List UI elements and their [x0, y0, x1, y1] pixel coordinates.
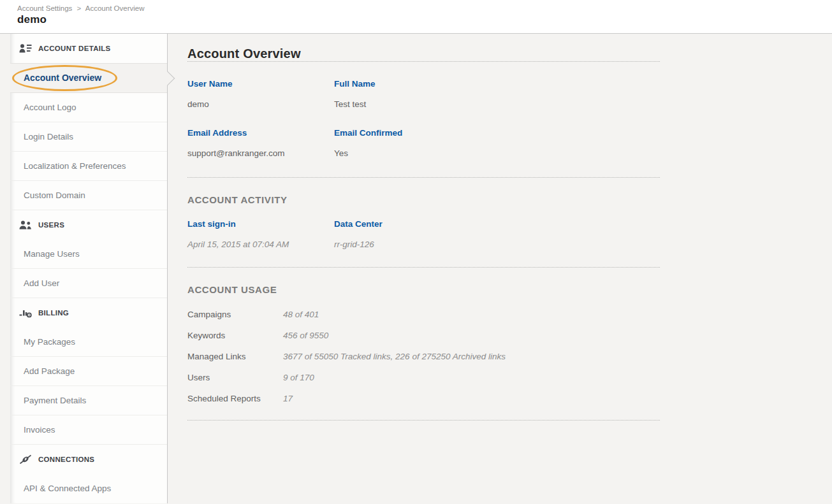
sidebar-item-label: API & Connected Apps: [24, 484, 111, 493]
sidebar-item-label: Account Overview: [24, 73, 101, 83]
breadcrumb-account-overview: Account Overview: [85, 4, 145, 12]
divider: [187, 61, 660, 62]
breadcrumb-account-settings[interactable]: Account Settings: [17, 4, 72, 12]
account-usage-heading: ACCOUNT USAGE: [187, 284, 832, 295]
field-last-sign-in: Last sign-in April 15, 2015 at 07:04 AM: [187, 219, 334, 249]
divider: [187, 267, 660, 268]
usage-label: Managed Links: [187, 352, 283, 361]
usage-value: 9 of 170: [283, 373, 314, 382]
field-value: Yes: [334, 148, 660, 158]
billing-chart-icon: [19, 308, 32, 318]
field-email-confirmed: Email Confirmed Yes: [334, 128, 660, 158]
field-data-center: Data Center rr-grid-126: [334, 219, 660, 249]
account-overview-panel: Account Overview User Name demo Full Nam…: [168, 34, 832, 503]
sidebar-item-account-logo[interactable]: Account Logo: [10, 93, 167, 122]
field-value: rr-grid-126: [334, 240, 660, 249]
settings-sidebar: ACCOUNT DETAILS Account Overview Account…: [10, 34, 168, 503]
divider: [187, 177, 660, 178]
field-label: User Name: [187, 79, 334, 89]
sidebar-item-custom-domain[interactable]: Custom Domain: [10, 181, 167, 210]
sidebar-section-label: USERS: [38, 221, 64, 229]
profile-fields: User Name demo Full Name Test test Email…: [187, 79, 832, 177]
account-activity-heading: ACCOUNT ACTIVITY: [187, 194, 832, 205]
sidebar-section-label: CONNECTIONS: [38, 456, 94, 463]
sidebar-item-login-details[interactable]: Login Details: [10, 122, 167, 152]
field-value: April 15, 2015 at 07:04 AM: [187, 240, 334, 249]
field-label: Data Center: [334, 219, 660, 229]
field-value: demo: [187, 99, 334, 109]
field-email-address: Email Address support@rankranger.com: [187, 128, 334, 158]
field-full-name: Full Name Test test: [334, 79, 660, 109]
sidebar-section-label: BILLING: [38, 309, 69, 317]
sidebar-section-billing: BILLING: [10, 298, 167, 328]
sidebar-item-label: Add User: [24, 278, 59, 288]
contact-card-icon: [19, 43, 32, 54]
sidebar-section-users: USERS: [10, 210, 167, 240]
account-name-title: demo: [17, 13, 832, 26]
sidebar-section-label: ACCOUNT DETAILS: [38, 45, 111, 52]
usage-label: Keywords: [187, 331, 283, 340]
divider: [187, 420, 660, 421]
sidebar-item-api-connected-apps[interactable]: API & Connected Apps: [10, 474, 167, 503]
sidebar-item-my-packages[interactable]: My Packages: [10, 328, 167, 357]
usage-table: Campaigns 48 of 401 Keywords 456 of 9550…: [187, 310, 832, 403]
usage-row-managed-links: Managed Links 3677 of 55050 Tracked link…: [187, 352, 832, 361]
usage-row-scheduled-reports: Scheduled Reports 17: [187, 394, 832, 403]
usage-value: 456 of 9550: [283, 331, 328, 340]
sidebar-item-label: Manage Users: [24, 249, 80, 259]
sidebar-item-label: Localization & Preferences: [24, 161, 126, 171]
sidebar-item-account-overview[interactable]: Account Overview: [10, 63, 167, 93]
usage-value: 3677 of 55050 Tracked links, 226 of 2752…: [283, 352, 506, 361]
sidebar-item-label: Custom Domain: [24, 191, 85, 200]
field-label: Last sign-in: [187, 219, 334, 229]
usage-value: 17: [283, 394, 293, 403]
field-value: Test test: [334, 99, 660, 109]
usage-value: 48 of 401: [283, 310, 319, 319]
field-user-name: User Name demo: [187, 79, 334, 109]
users-icon: [19, 220, 32, 230]
sidebar-item-label: Add Package: [24, 366, 75, 376]
sidebar-section-connections: CONNECTIONS: [10, 445, 167, 474]
sidebar-section-account-details: ACCOUNT DETAILS: [10, 34, 167, 63]
account-settings-page: Account Settings > Account Overview demo: [0, 0, 832, 504]
sidebar-item-add-package[interactable]: Add Package: [10, 357, 167, 386]
sidebar-item-payment-details[interactable]: Payment Details: [10, 386, 167, 415]
sidebar-item-localization-preferences[interactable]: Localization & Preferences: [10, 152, 167, 181]
sidebar-item-label: My Packages: [24, 337, 75, 347]
page-title: Account Overview: [187, 47, 832, 61]
activity-fields: Last sign-in April 15, 2015 at 07:04 AM …: [187, 219, 832, 267]
field-label: Email Address: [187, 128, 334, 138]
sidebar-item-label: Invoices: [24, 425, 55, 435]
sidebar-item-label: Account Logo: [24, 103, 77, 112]
top-header: Account Settings > Account Overview demo: [0, 0, 832, 34]
plug-icon: [19, 454, 32, 464]
sidebar-item-label: Payment Details: [24, 396, 86, 405]
sidebar-item-invoices[interactable]: Invoices: [10, 415, 167, 445]
sidebar-item-label: Login Details: [24, 132, 73, 141]
breadcrumb-separator: >: [77, 4, 82, 12]
field-label: Email Confirmed: [334, 128, 660, 138]
usage-row-users: Users 9 of 170: [187, 373, 832, 382]
breadcrumb: Account Settings > Account Overview: [17, 4, 832, 12]
sidebar-item-add-user[interactable]: Add User: [10, 269, 167, 298]
usage-label: Campaigns: [187, 310, 283, 319]
field-value: support@rankranger.com: [187, 148, 334, 158]
usage-label: Users: [187, 373, 283, 382]
usage-row-campaigns: Campaigns 48 of 401: [187, 310, 832, 319]
field-label: Full Name: [334, 79, 660, 89]
usage-row-keywords: Keywords 456 of 9550: [187, 331, 832, 340]
sidebar-item-manage-users[interactable]: Manage Users: [10, 240, 167, 269]
usage-label: Scheduled Reports: [187, 394, 283, 403]
